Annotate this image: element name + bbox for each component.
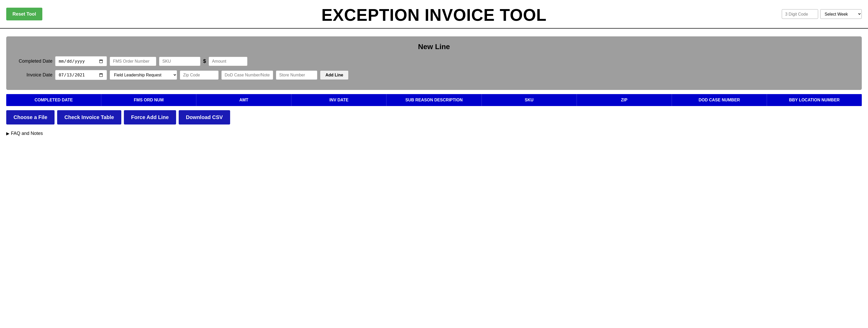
- completed-date-label: Completed Date: [13, 58, 53, 64]
- choose-file-button[interactable]: Choose a File: [6, 110, 55, 124]
- invoice-date-input[interactable]: [55, 70, 107, 80]
- digit-code-input[interactable]: [782, 9, 818, 19]
- select-week-dropdown[interactable]: Select WeekWeek 1Week 2Week 3Week 4: [820, 9, 862, 19]
- new-line-title: New Line: [13, 42, 855, 51]
- form-row-1: Completed Date $: [13, 56, 855, 66]
- new-line-panel: New Line Completed Date $ Invoice Date F…: [6, 36, 862, 90]
- faq-label: FAQ and Notes: [11, 131, 43, 136]
- page-title: EXCEPTION INVOICE TOOL: [6, 5, 862, 25]
- table-header: COMPLETED DATE FMS ORD NUM AMT INV DATE …: [6, 94, 862, 106]
- form-row-2: Invoice Date Field Leadership RequestOth…: [13, 70, 855, 80]
- sku-input[interactable]: [159, 57, 200, 66]
- store-number-input[interactable]: [276, 70, 317, 80]
- col-header-zip: ZIP: [577, 94, 672, 106]
- dollar-sign: $: [203, 58, 206, 64]
- reset-tool-button[interactable]: Reset Tool: [6, 8, 42, 21]
- zip-code-input[interactable]: [180, 70, 219, 80]
- header: Reset Tool EXCEPTION INVOICE TOOL Select…: [0, 0, 868, 29]
- col-header-inv-date: INV DATE: [291, 94, 386, 106]
- col-header-fms-ord-num: FMS ORD NUM: [101, 94, 196, 106]
- add-line-button[interactable]: Add Line: [320, 70, 348, 80]
- header-controls: Select WeekWeek 1Week 2Week 3Week 4: [782, 9, 862, 19]
- content-area: New Line Completed Date $ Invoice Date F…: [0, 29, 868, 143]
- fms-order-input[interactable]: [110, 57, 156, 66]
- col-header-bby-location: BBY LOCATION NUMBER: [767, 94, 862, 106]
- download-csv-button[interactable]: Download CSV: [179, 110, 230, 124]
- col-header-completed-date: COMPLETED DATE: [6, 94, 101, 106]
- dod-case-input[interactable]: [221, 70, 273, 80]
- invoice-date-label: Invoice Date: [13, 72, 53, 78]
- col-header-sub-reason: SUB REASON DESCRIPTION: [386, 94, 482, 106]
- force-add-line-button[interactable]: Force Add Line: [124, 110, 176, 124]
- col-header-dod-case: DOD CASE NUMBER: [672, 94, 767, 106]
- amount-input[interactable]: [209, 57, 248, 66]
- sub-reason-dropdown[interactable]: Field Leadership RequestOther Reason 1Ot…: [110, 70, 177, 80]
- col-header-sku: SKU: [482, 94, 577, 106]
- faq-arrow: ▶: [6, 131, 9, 136]
- faq-section[interactable]: ▶ FAQ and Notes: [6, 130, 862, 137]
- action-buttons: Choose a File Check Invoice Table Force …: [6, 110, 862, 124]
- check-invoice-button[interactable]: Check Invoice Table: [57, 110, 121, 124]
- col-header-amt: AMT: [196, 94, 291, 106]
- completed-date-input[interactable]: [55, 56, 107, 66]
